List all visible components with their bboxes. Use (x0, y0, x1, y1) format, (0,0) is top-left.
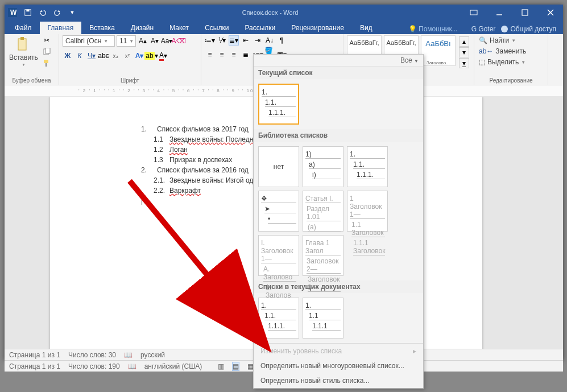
svg-rect-3 (26, 10, 29, 12)
text-effects-icon[interactable]: A▾ (134, 51, 144, 61)
minimize-button[interactable] (486, 5, 512, 20)
highlight-icon[interactable]: ab▾ (146, 51, 156, 61)
replace-icon: ab↔ (479, 47, 493, 55)
ml-current-item[interactable]: 1. 1.1. 1.1.1. (258, 84, 299, 125)
show-marks-icon[interactable]: ¶ (276, 35, 287, 46)
window-title: Список.docx - Word (80, 9, 461, 16)
justify-icon[interactable]: ≣ (241, 49, 251, 60)
ribbon-tabs: Файл Главная Вставка Дизайн Макет Ссылки… (5, 20, 563, 34)
outer-status-words[interactable]: Число слов: 190 (68, 362, 120, 370)
select-icon: ⬚ (479, 58, 485, 66)
replace-button[interactable]: ab↔Заменить (478, 46, 527, 56)
status-words[interactable]: Число слов: 30 (68, 351, 116, 359)
paste-button[interactable]: Вставить ▼ (8, 35, 39, 68)
find-icon: 🔍 (479, 36, 487, 44)
styles-down-icon[interactable]: ▾ (459, 47, 469, 57)
user-label[interactable]: G Goter (471, 25, 496, 33)
ml-article[interactable]: Статья I. Раздел 1.01 (a) (303, 191, 343, 232)
svg-rect-13 (44, 60, 48, 63)
tab-review[interactable]: Рецензирование (283, 22, 352, 34)
view-print-icon[interactable]: ▤ (232, 362, 239, 371)
font-size-combo[interactable]: 11▼ (117, 35, 136, 47)
qa-customize-icon[interactable]: ▼ (65, 5, 80, 20)
ribbon-display-icon[interactable] (461, 5, 486, 20)
svg-rect-12 (45, 48, 50, 53)
share-button[interactable]: Общий доступ (498, 24, 560, 34)
multilevel-list-panel: Все ▼ Текущий список 1. 1.1. 1.1.1. Библ… (253, 54, 424, 389)
shrink-font-icon[interactable]: A▾ (150, 36, 160, 46)
close-button[interactable] (537, 5, 563, 20)
qa-save-icon[interactable] (20, 5, 35, 20)
svg-rect-9 (18, 39, 26, 50)
define-multilevel-item[interactable]: Определить новый многоуровневый список..… (254, 358, 423, 373)
align-left-icon[interactable]: ≡ (205, 49, 215, 60)
status-page[interactable]: Страница 1 из 1 (9, 351, 60, 359)
strike-button[interactable]: abc (98, 51, 109, 61)
qa-redo-icon[interactable] (50, 5, 65, 20)
align-center-icon[interactable]: ≡ (217, 49, 227, 60)
sort-icon[interactable]: A↓ (264, 35, 275, 46)
ml-chapter[interactable]: Глава 1 Загол Заголовок 2— Заголовок 3— (303, 235, 343, 276)
group-clipboard-label: Буфер обмена (8, 77, 55, 85)
define-style-item[interactable]: Определить новый стиль списка... (254, 373, 423, 388)
ml-doc-2[interactable]: 1. 1.1 1.1.1 (303, 298, 343, 339)
panel-section-current: Текущий список (254, 67, 423, 79)
multilevel-icon[interactable]: ≣▾ (229, 35, 239, 46)
maximize-button[interactable] (512, 5, 537, 20)
titlebar: W ▼ Список.docx - Word (5, 5, 563, 20)
change-case-icon[interactable]: Aa▾ (162, 36, 172, 46)
bold-button[interactable]: Ж (63, 51, 73, 61)
tab-file[interactable]: Файл (7, 22, 40, 34)
tab-insert[interactable]: Вставка (81, 22, 123, 34)
outer-status-spell-icon[interactable]: 📖 (128, 362, 136, 370)
cut-icon[interactable]: ✂ (42, 35, 52, 46)
underline-button[interactable]: Ч▾ (86, 51, 97, 61)
ml-none[interactable]: нет (258, 146, 299, 187)
view-read-icon[interactable]: ▥ (218, 362, 224, 370)
svg-rect-10 (20, 37, 24, 40)
tab-design[interactable]: Дизайн (123, 22, 162, 34)
numbering-icon[interactable]: ⅟▾ (217, 35, 227, 46)
tab-references[interactable]: Ссылки (197, 22, 237, 34)
inc-indent-icon[interactable]: ⇥ (253, 35, 263, 46)
svg-text:W: W (10, 9, 17, 16)
status-spell-icon[interactable]: 📖 (124, 351, 133, 359)
tab-layout[interactable]: Макет (162, 22, 197, 34)
svg-rect-6 (522, 10, 528, 15)
outer-status-lang[interactable]: английский (США) (144, 362, 202, 370)
tell-me[interactable]: 💡 Помощник... (408, 25, 458, 33)
styles-more-icon[interactable]: ▾̲ (459, 58, 469, 68)
select-button[interactable]: ⬚Выделить ▼ (478, 57, 527, 67)
ml-roman[interactable]: I. Заголовок 1— A. Заголово 1. Заголов (258, 235, 299, 276)
ml-doc-1[interactable]: 1. 1.1. 1.1.1. (258, 298, 299, 339)
style-heading[interactable]: АаБбВıЗаголово... (421, 35, 456, 66)
svg-rect-4 (470, 10, 477, 15)
svg-rect-14 (45, 63, 47, 67)
styles-up-icon[interactable]: ▴ (459, 36, 469, 47)
font-family-combo[interactable]: Calibri (Осн▼ (63, 35, 115, 47)
find-button[interactable]: 🔍Найти ▼ (478, 35, 517, 46)
tab-mailings[interactable]: Рассылки (237, 22, 283, 34)
qa-undo-icon[interactable] (35, 5, 50, 20)
clear-format-icon[interactable]: A⌫ (173, 36, 184, 46)
grow-font-icon[interactable]: A▴ (138, 36, 148, 46)
ml-numbers[interactable]: 1. 1.1. 1.1.1. (347, 146, 388, 187)
ml-h1[interactable]: 1 Заголовок 1— 1.1 Заголовок 1.1.1 Загол… (347, 191, 388, 232)
copy-icon[interactable] (42, 47, 52, 57)
superscript-button[interactable]: x² (122, 51, 133, 61)
bullets-icon[interactable]: ≔▾ (205, 35, 215, 46)
tab-home[interactable]: Главная (40, 22, 82, 34)
font-color-icon[interactable]: A▾ (158, 51, 168, 61)
italic-button[interactable]: К (75, 51, 85, 61)
ml-bullets[interactable]: ❖ ➤ • (258, 191, 299, 232)
subscript-button[interactable]: x₂ (110, 51, 121, 61)
panel-section-library: Библиотека списков (254, 129, 423, 142)
ml-paren[interactable]: 1) a) i) (303, 146, 343, 187)
format-painter-icon[interactable] (42, 58, 52, 68)
outer-status-page[interactable]: Страница 1 из 1 (9, 362, 60, 370)
status-lang[interactable]: русский (140, 351, 165, 359)
align-right-icon[interactable]: ≡ (229, 49, 239, 60)
group-editing-label: Редактирование (478, 77, 544, 85)
tab-view[interactable]: Вид (352, 22, 380, 34)
dec-indent-icon[interactable]: ⇤ (241, 35, 251, 46)
